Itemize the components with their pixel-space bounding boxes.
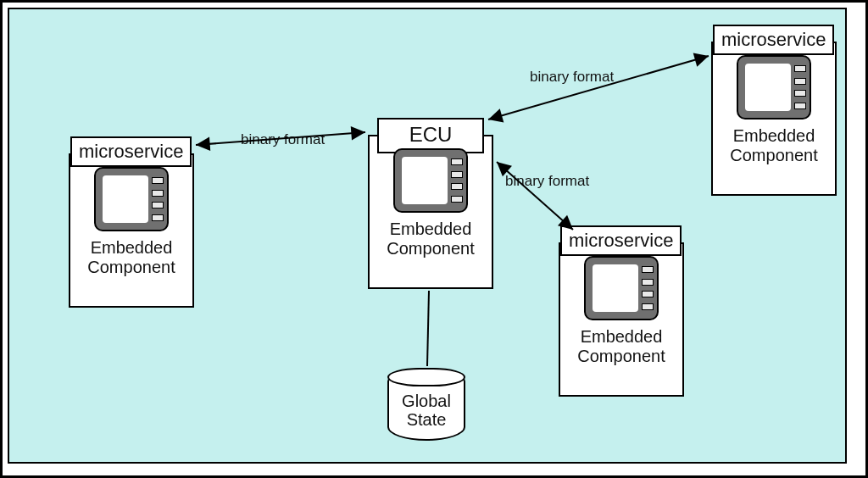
diagram-outer-frame: ECU EmbeddedComponent microservice Embed…: [0, 0, 868, 478]
svg-line-1: [488, 56, 709, 119]
node-microservice-left-title: microservice: [70, 136, 192, 167]
node-microservice-bottom-right-caption: EmbeddedComponent: [560, 325, 682, 375]
firmware-icon: [584, 256, 659, 320]
node-microservice-left-caption: EmbeddedComponent: [70, 236, 192, 286]
node-global-state-label: GlobalState: [389, 392, 464, 429]
node-microservice-bottom-right: microservice EmbeddedComponent: [559, 242, 684, 397]
firmware-icon: [94, 167, 169, 231]
svg-line-2: [497, 162, 573, 230]
node-microservice-top-right: microservice EmbeddedComponent: [711, 42, 837, 196]
node-microservice-top-right-title: microservice: [713, 25, 834, 55]
node-ecu: ECU EmbeddedComponent: [368, 135, 493, 289]
diagram-canvas: ECU EmbeddedComponent microservice Embed…: [8, 8, 847, 464]
node-global-state: GlobalState: [387, 368, 465, 441]
svg-line-3: [427, 291, 429, 366]
node-microservice-bottom-right-title: microservice: [560, 225, 682, 256]
edge-label-top-right: binary format: [530, 69, 614, 86]
firmware-icon: [393, 148, 468, 213]
edge-label-bottom-right: binary format: [505, 173, 589, 190]
node-microservice-left: microservice EmbeddedComponent: [69, 153, 194, 308]
node-ecu-caption: EmbeddedComponent: [370, 218, 492, 267]
node-microservice-top-right-caption: EmbeddedComponent: [713, 125, 835, 174]
firmware-icon: [737, 55, 811, 119]
edge-label-left: binary format: [241, 131, 325, 148]
